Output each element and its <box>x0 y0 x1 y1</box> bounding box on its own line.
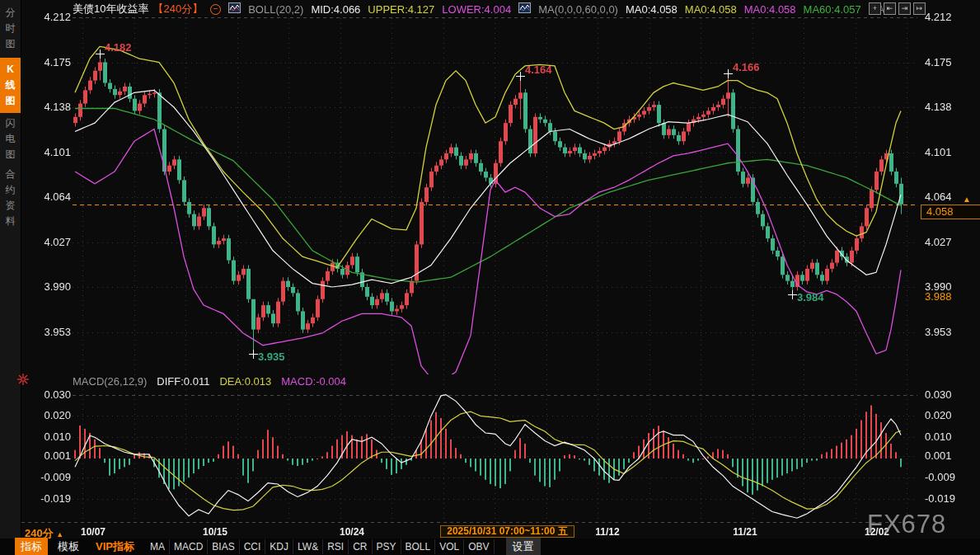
price-annotation: 4.182 <box>105 41 132 54</box>
axis-label: 0.020 <box>925 409 952 421</box>
instrument-title: 美债10年收益率 <box>73 2 148 16</box>
sidebar-tab-2[interactable]: K线图 <box>0 58 21 113</box>
axis-label: 4.212 <box>925 11 952 23</box>
collapse-icon[interactable]: − <box>210 4 221 15</box>
alert-starburst-icon <box>16 373 30 389</box>
boll-upper-value: UPPER:4.127 <box>368 3 434 16</box>
axis-label: 0.010 <box>925 430 952 443</box>
indicator-toolbar: 指标 模板 VIP指标 MAMACDBIASCCIKDJLW&RSICRPSYB… <box>0 539 980 555</box>
boll-label: BOLL(20,2) <box>248 3 303 16</box>
macd-dea-value: DEA:0.013 <box>219 375 271 388</box>
crosshair-icon[interactable]: + <box>869 2 881 15</box>
axis-label: 4.064 <box>925 190 952 203</box>
indicator-tab-vol[interactable]: VOL <box>435 539 464 554</box>
sidebar-tab-4[interactable]: 合约资料 <box>0 167 21 229</box>
current-price-tag: 4.058 <box>921 205 980 219</box>
indicator-tab-bias[interactable]: BIAS <box>208 539 239 554</box>
indicator-tab-psy[interactable]: PSY <box>373 539 401 554</box>
current-price-marker-icon: ▲ <box>963 195 971 204</box>
macd-diff-value: DIFF:0.011 <box>157 375 209 388</box>
ma0-yellow-value: MA0:4.058 <box>685 3 737 16</box>
axis-label: 0.001 <box>31 449 71 462</box>
watermark: FX678 <box>867 510 946 539</box>
boll-lower-value: LOWER:4.004 <box>442 3 511 16</box>
date-axis: 240分 ▲ 2025/10/31 07:00~11:00 五 10/0710/… <box>0 524 980 539</box>
axis-label: 0.001 <box>925 449 952 462</box>
axis-label: 4.138 <box>31 101 71 113</box>
axis-label: 0.020 <box>31 409 71 421</box>
template-button[interactable]: 模板 <box>52 538 85 555</box>
indicator-tab-macd[interactable]: MACD <box>170 539 208 554</box>
period-label: 【240分】 <box>152 2 203 16</box>
price-annotation: 3.935 <box>258 350 285 363</box>
candlestick-macd-canvas[interactable] <box>0 0 980 555</box>
indicator-tab-boll[interactable]: BOLL <box>401 539 436 554</box>
sidebar-tab-3[interactable]: 闪电图 <box>0 115 21 162</box>
secondary-price-tag: 3.988 <box>925 290 952 303</box>
macd-header: MACD(26,12,9) DIFF:0.011 DEA:0.013 MACD:… <box>73 375 346 388</box>
kline-app: 分时图K线图闪电图合约资料 美债10年收益率 【240分】 − BOLL(20,… <box>0 0 980 555</box>
ma-indicator-icon[interactable] <box>518 2 531 16</box>
ma0-magenta-value: MA0:4.058 <box>744 3 796 16</box>
ma0-white-value: MA0:4.058 <box>626 3 678 16</box>
date-tick: 10/15 <box>189 526 241 538</box>
macd-hist-value: MACD:-0.004 <box>281 375 346 388</box>
price-annotation: 4.166 <box>733 61 760 73</box>
indicator-tab-obv[interactable]: OBV <box>464 539 494 554</box>
chart-header: 美债10年收益率 【240分】 − BOLL(20,2) MID:4.066 U… <box>73 2 893 16</box>
axis-label: 4.212 <box>31 11 71 23</box>
sidebar-tab-1[interactable]: 分时图 <box>0 5 21 52</box>
vip-indicator-button[interactable]: VIP指标 <box>91 538 139 555</box>
axis-label: 0.030 <box>31 388 71 401</box>
date-tick: 10/07 <box>67 526 120 538</box>
indicator-tab-rsi[interactable]: RSI <box>323 539 349 554</box>
axis-label: -0.019 <box>925 492 955 505</box>
selected-bar-datetime: 2025/10/31 07:00~11:00 五 <box>440 525 574 538</box>
axis-label: -0.009 <box>925 471 955 483</box>
axis-label: 3.953 <box>31 326 71 338</box>
boll-indicator-icon[interactable] <box>228 2 241 16</box>
price-annotation: 4.164 <box>525 63 552 76</box>
axis-label: 3.990 <box>31 280 71 293</box>
settings-button[interactable]: 设置 <box>506 538 541 555</box>
date-tick: 10/24 <box>326 526 378 538</box>
ma-label: MA(0,0,0,60,0,0) <box>538 3 618 16</box>
indicator-tab-cr[interactable]: CR <box>349 539 372 554</box>
scale-right-icon[interactable]: ⇥ <box>898 2 911 15</box>
axis-label: 4.175 <box>925 56 952 68</box>
date-tick: 11/12 <box>581 526 634 538</box>
view-mode-sidebar: 分时图K线图闪电图合约资料 <box>0 0 21 555</box>
indicator-tab-lw[interactable]: LW& <box>293 539 323 554</box>
ma60-value: MA60:4.057 <box>804 3 861 16</box>
indicator-tab-kdj[interactable]: KDJ <box>265 539 293 554</box>
pan-right-icon[interactable]: ↦ <box>913 2 926 15</box>
macd-label: MACD(26,12,9) <box>73 375 147 388</box>
axis-label: 4.101 <box>925 146 952 158</box>
price-annotation: 3.984 <box>797 291 824 303</box>
scale-left-icon[interactable]: ⇤ <box>884 2 896 15</box>
axis-label: 0.010 <box>31 430 71 443</box>
axis-label: -0.009 <box>31 471 71 483</box>
indicator-button[interactable]: 指标 <box>15 538 48 555</box>
date-tick: 11/21 <box>719 526 771 538</box>
axis-label: 4.175 <box>31 56 71 68</box>
chart-tool-icons: +⇤⇥↦ <box>869 2 926 15</box>
boll-mid-value: MID:4.066 <box>311 3 360 16</box>
indicator-tab-ma[interactable]: MA <box>146 539 170 554</box>
axis-label: 4.138 <box>925 101 952 113</box>
axis-label: 4.101 <box>31 146 71 158</box>
axis-label: 4.027 <box>31 236 71 248</box>
axis-label: 3.953 <box>925 326 952 338</box>
axis-label: 4.064 <box>31 190 71 203</box>
axis-label: 0.030 <box>925 388 952 401</box>
indicator-tab-cci[interactable]: CCI <box>240 539 266 554</box>
indicator-tabs: MAMACDBIASCCIKDJLW&RSICRPSYBOLLVOLOBV <box>146 539 495 554</box>
axis-label: -0.019 <box>31 492 71 505</box>
axis-label: 4.027 <box>925 236 952 248</box>
